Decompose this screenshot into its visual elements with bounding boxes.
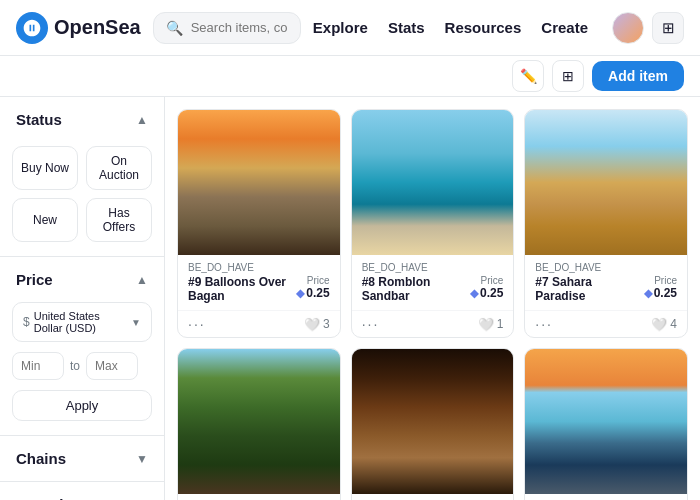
- price-chevron-icon: ▲: [136, 273, 148, 287]
- more-options-button[interactable]: ···: [535, 316, 553, 332]
- nft-card[interactable]: BE_DO_HAVE#6 Jungle VillagePrice◆ 0.25··…: [177, 348, 341, 500]
- eth-icon: ◆: [470, 287, 478, 300]
- price-max-input[interactable]: [86, 352, 138, 380]
- apply-button[interactable]: Apply: [12, 390, 152, 421]
- nft-card[interactable]: BE_DO_HAVE#8 Romblon SandbarPrice◆ 0.25·…: [351, 109, 515, 338]
- nft-price: ◆ 0.25: [470, 286, 503, 300]
- currency-chevron-icon: ▼: [131, 317, 141, 328]
- nft-card-body: BE_DO_HAVE#8 Romblon SandbarPrice◆ 0.25: [352, 255, 514, 310]
- edit-icon-btn[interactable]: ✏️: [512, 60, 544, 92]
- nft-image: [178, 110, 340, 255]
- new-button[interactable]: New: [12, 198, 78, 242]
- search-bar: 🔍: [153, 12, 301, 44]
- logo-icon: [16, 12, 48, 44]
- chains-section: Chains ▼: [0, 436, 164, 482]
- status-section: Status ▲ Buy Now On Auction New Has Offe…: [0, 97, 164, 257]
- chains-chevron-icon: ▼: [136, 452, 148, 466]
- nft-grid-container: BE_DO_HAVE#9 Balloons Over BaganPrice◆ 0…: [165, 97, 700, 500]
- status-buttons-grid: Buy Now On Auction New Has Offers: [0, 142, 164, 256]
- toolbar: ✏️ ⊞ Add item: [0, 56, 700, 97]
- nft-info-row: #8 Romblon SandbarPrice◆ 0.25: [362, 275, 504, 303]
- status-chevron-icon: ▲: [136, 113, 148, 127]
- nft-price-label: Price: [470, 275, 503, 286]
- heart-icon: 🤍: [304, 317, 320, 332]
- nft-card-body: BE_DO_HAVE#4 Coastal CityPrice◆ 0.25: [525, 494, 687, 500]
- nav-stats[interactable]: Stats: [388, 19, 425, 36]
- nft-grid: BE_DO_HAVE#9 Balloons Over BaganPrice◆ 0…: [177, 109, 688, 500]
- nft-price-col: Price◆ 0.25: [470, 275, 503, 300]
- currency-label: United States Dollar (USD): [34, 310, 131, 334]
- sidebar: Status ▲ Buy Now On Auction New Has Offe…: [0, 97, 165, 500]
- nft-card[interactable]: BE_DO_HAVE#5 Ancient RuinsPrice◆ 0.25···…: [351, 348, 515, 500]
- heart-icon: 🤍: [651, 317, 667, 332]
- chains-label: Chains: [16, 450, 66, 467]
- nav: Explore Stats Resources Create: [313, 19, 588, 36]
- nav-resources[interactable]: Resources: [445, 19, 522, 36]
- grid-view-btn[interactable]: ⊞: [552, 60, 584, 92]
- like-button[interactable]: 🤍1: [478, 317, 504, 332]
- nft-card[interactable]: BE_DO_HAVE#9 Balloons Over BaganPrice◆ 0…: [177, 109, 341, 338]
- nft-image: [525, 110, 687, 255]
- header-actions: ⊞: [612, 12, 684, 44]
- nft-card-body: BE_DO_HAVE#5 Ancient RuinsPrice◆ 0.25: [352, 494, 514, 500]
- nft-card-body: BE_DO_HAVE#7 Sahara ParadisePrice◆ 0.25: [525, 255, 687, 310]
- like-button[interactable]: 🤍3: [304, 317, 330, 332]
- eth-icon: ◆: [644, 287, 652, 300]
- nft-card-body: BE_DO_HAVE#9 Balloons Over BaganPrice◆ 0…: [178, 255, 340, 310]
- nft-image: [352, 110, 514, 255]
- avatar[interactable]: [612, 12, 644, 44]
- nft-image: [525, 349, 687, 494]
- nft-info-row: #9 Balloons Over BaganPrice◆ 0.25: [188, 275, 330, 303]
- dollar-sign: $: [23, 315, 30, 329]
- price-to-label: to: [70, 359, 80, 373]
- buy-now-button[interactable]: Buy Now: [12, 146, 78, 190]
- nft-price: ◆ 0.25: [644, 286, 677, 300]
- heart-icon: 🤍: [478, 317, 494, 332]
- logo[interactable]: OpenSea: [16, 12, 141, 44]
- nft-card-footer: ···🤍3: [178, 310, 340, 337]
- header: OpenSea 🔍 Explore Stats Resources Create…: [0, 0, 700, 56]
- nft-collection: BE_DO_HAVE: [535, 262, 677, 273]
- nft-name: #7 Sahara Paradise: [535, 275, 643, 303]
- search-input[interactable]: [191, 20, 288, 35]
- on-sale-section-header[interactable]: On Sale In ▼: [0, 482, 164, 500]
- price-label: Price: [16, 271, 53, 288]
- nft-card-footer: ···🤍4: [525, 310, 687, 337]
- status-label: Status: [16, 111, 62, 128]
- nft-name: #8 Romblon Sandbar: [362, 275, 470, 303]
- nft-info-row: #7 Sahara ParadisePrice◆ 0.25: [535, 275, 677, 303]
- logo-text: OpenSea: [54, 16, 141, 39]
- nft-price: ◆ 0.25: [296, 286, 329, 300]
- nft-price-col: Price◆ 0.25: [296, 275, 329, 300]
- search-icon: 🔍: [166, 20, 183, 36]
- nft-card-footer: ···🤍1: [352, 310, 514, 337]
- on-sale-label: On Sale In: [16, 496, 89, 500]
- nav-create[interactable]: Create: [541, 19, 588, 36]
- has-offers-button[interactable]: Has Offers: [86, 198, 152, 242]
- status-section-header[interactable]: Status ▲: [0, 97, 164, 142]
- price-section: Price ▲ $ United States Dollar (USD) ▼ t…: [0, 257, 164, 436]
- nft-card-body: BE_DO_HAVE#6 Jungle VillagePrice◆ 0.25: [178, 494, 340, 500]
- nft-price-col: Price◆ 0.25: [644, 275, 677, 300]
- like-button[interactable]: 🤍4: [651, 317, 677, 332]
- nft-name: #9 Balloons Over Bagan: [188, 275, 296, 303]
- more-options-button[interactable]: ···: [362, 316, 380, 332]
- price-min-input[interactable]: [12, 352, 64, 380]
- price-range: to: [12, 352, 152, 380]
- nft-image: [178, 349, 340, 494]
- more-options-button[interactable]: ···: [188, 316, 206, 332]
- nft-card[interactable]: BE_DO_HAVE#4 Coastal CityPrice◆ 0.25···🤍…: [524, 348, 688, 500]
- nft-price-label: Price: [296, 275, 329, 286]
- currency-select[interactable]: $ United States Dollar (USD) ▼: [12, 302, 152, 342]
- chains-section-header[interactable]: Chains ▼: [0, 436, 164, 481]
- price-section-header[interactable]: Price ▲: [0, 257, 164, 302]
- eth-icon: ◆: [296, 287, 304, 300]
- add-item-button[interactable]: Add item: [592, 61, 684, 91]
- nav-explore[interactable]: Explore: [313, 19, 368, 36]
- on-auction-button[interactable]: On Auction: [86, 146, 152, 190]
- nft-card[interactable]: BE_DO_HAVE#7 Sahara ParadisePrice◆ 0.25·…: [524, 109, 688, 338]
- nft-image: [352, 349, 514, 494]
- nft-collection: BE_DO_HAVE: [188, 262, 330, 273]
- wallet-icon[interactable]: ⊞: [652, 12, 684, 44]
- nft-price-label: Price: [644, 275, 677, 286]
